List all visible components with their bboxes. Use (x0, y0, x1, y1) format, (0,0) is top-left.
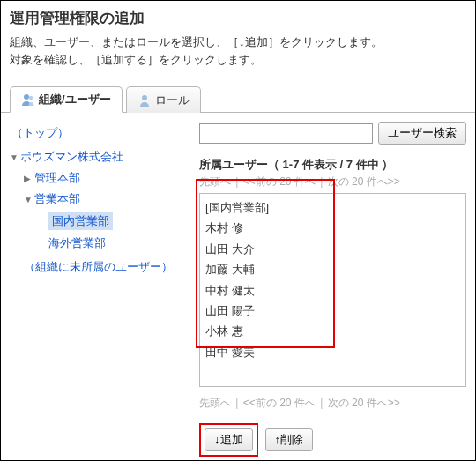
pager-first: 先頭へ (199, 175, 231, 188)
page-title: 運用管理権限の追加 (10, 8, 466, 28)
list-item[interactable]: 木村 修 (205, 218, 460, 238)
instruction-line-2: 対象を確認し、［追加する］をクリックします。 (10, 53, 262, 66)
pager-next: 次の 20 件へ>> (328, 397, 400, 409)
list-item[interactable]: 中村 健太 (205, 280, 460, 301)
tree-dept-admin-label[interactable]: 管理本部 (34, 170, 80, 186)
list-item[interactable]: 小林 恵 (205, 321, 460, 341)
tree-dept-overseas[interactable]: 海外営業部 (38, 233, 194, 254)
tree-arrow-down-icon: ▼ (10, 152, 19, 162)
highlight-annotation: ↓追加 (199, 423, 258, 457)
org-tree: （トップ） ▼ ボウズマン株式会社 ▶ 管理本部 ▼ 営業本部 国内営業部 (10, 122, 199, 461)
list-item[interactable]: 加藤 大輔 (205, 259, 460, 279)
tab-org-user[interactable]: 組織/ユーザー (10, 86, 123, 113)
svg-point-1 (29, 96, 33, 100)
svg-point-0 (24, 94, 29, 100)
pager-top: 先頭へ | <<前の 20 件へ | 次の 20 件へ>> (199, 175, 466, 190)
tree-dept-admin[interactable]: ▶ 管理本部 (24, 167, 194, 189)
tree-dept-domestic-label[interactable]: 国内営業部 (48, 212, 113, 230)
user-list[interactable]: [国内営業部] 木村 修 山田 大介 加藤 大輔 中村 健太 山田 陽子 小林 … (199, 193, 466, 387)
tab-role-label: ロール (155, 93, 190, 108)
pager-next: 次の 20 件へ>> (328, 175, 400, 188)
tree-company[interactable]: ▼ ボウズマン株式会社 (10, 146, 194, 167)
user-search-button[interactable]: ユーザー検索 (378, 122, 466, 145)
tab-org-user-label: 組織/ユーザー (39, 92, 111, 108)
remove-button[interactable]: ↑削除 (265, 428, 314, 451)
search-input[interactable] (199, 123, 373, 144)
tree-dept-sales[interactable]: ▼ 営業本部 (24, 189, 194, 210)
tab-role[interactable]: ロール (126, 86, 201, 113)
user-list-title: 所属ユーザー（ 1-7 件表示 / 7 件中 ） (199, 157, 466, 173)
list-item[interactable]: 山田 大介 (205, 239, 460, 259)
tab-bar: 組織/ユーザー ロール (1, 86, 475, 113)
svg-point-2 (142, 95, 147, 100)
instructions: 組織、ユーザー、またはロールを選択し、［↓追加］をクリックします。 対象を確認し… (10, 33, 466, 68)
instruction-line-1: 組織、ユーザー、またはロールを選択し、［↓追加］をクリックします。 (10, 35, 383, 48)
pager-prev: <<前の 20 件へ (243, 175, 316, 188)
tree-unassigned[interactable]: （組織に未所属のユーザー） (10, 254, 194, 275)
pager-prev: <<前の 20 件へ (243, 397, 316, 409)
user-group-icon (21, 93, 35, 107)
list-item[interactable]: 山田 陽子 (205, 301, 460, 321)
tree-dept-domestic[interactable]: 国内営業部 (38, 210, 194, 233)
pager-bottom: 先頭へ | <<前の 20 件へ | 次の 20 件へ>> (199, 396, 466, 411)
role-icon (138, 93, 152, 108)
tree-dept-sales-label[interactable]: 営業本部 (34, 191, 80, 207)
tree-company-label[interactable]: ボウズマン株式会社 (20, 149, 123, 165)
tree-top[interactable]: （トップ） (10, 122, 194, 146)
user-list-group-label[interactable]: [国内営業部] (205, 197, 460, 218)
tree-dept-overseas-label[interactable]: 海外営業部 (48, 235, 106, 251)
tree-arrow-down-icon: ▼ (24, 195, 33, 204)
list-item[interactable]: 田中 愛美 (205, 342, 460, 362)
pager-first: 先頭へ (199, 397, 231, 409)
add-button[interactable]: ↓追加 (205, 428, 253, 451)
tree-arrow-right-icon: ▶ (24, 174, 33, 183)
